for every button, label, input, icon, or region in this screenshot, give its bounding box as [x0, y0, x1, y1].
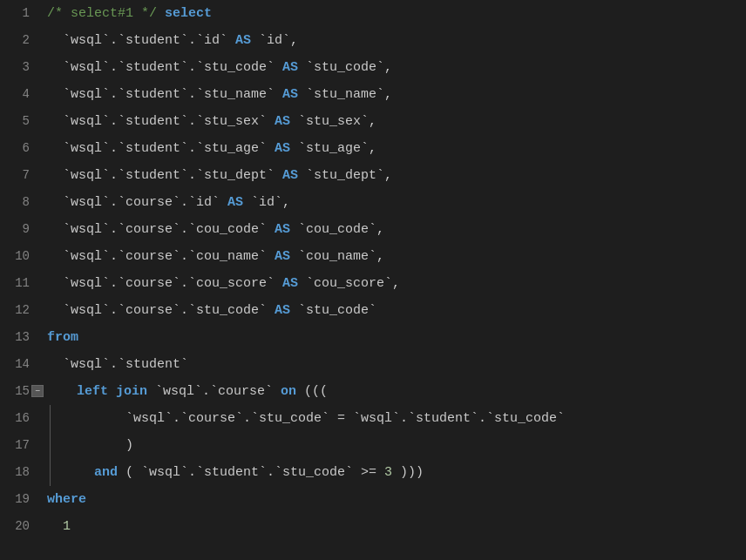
line-content: `wsql`.`student`.`stu_dept` AS `stu_dept…: [44, 162, 746, 189]
line-number: 12: [0, 297, 44, 324]
table-row: 6 `wsql`.`student`.`stu_age` AS `stu_age…: [0, 135, 746, 162]
code-editor: 1/* select#1 */ select2 `wsql`.`student`…: [0, 0, 746, 560]
line-number: 13: [0, 324, 44, 351]
line-content: left join `wsql`.`course` on (((: [44, 378, 746, 405]
table-row: 19where: [0, 486, 746, 513]
table-row: 8 `wsql`.`course`.`id` AS `id`,: [0, 189, 746, 216]
line-number: 9: [0, 216, 44, 243]
line-number: 8: [0, 189, 44, 216]
table-row: 14 `wsql`.`student`: [0, 351, 746, 378]
line-number: 6: [0, 135, 44, 162]
line-number: 5: [0, 108, 44, 135]
line-number: 10: [0, 243, 44, 270]
line-content: `wsql`.`course`.`stu_code` = `wsql`.`stu…: [44, 405, 746, 432]
line-content: `wsql`.`student`.`stu_age` AS `stu_age`,: [44, 135, 746, 162]
line-content: from: [44, 324, 746, 351]
line-content: `wsql`.`course`.`cou_score` AS `cou_scor…: [44, 270, 746, 297]
table-row: 3 `wsql`.`student`.`stu_code` AS `stu_co…: [0, 54, 746, 81]
line-content: `wsql`.`course`.`cou_code` AS `cou_code`…: [44, 216, 746, 243]
line-content: /* select#1 */ select: [44, 0, 746, 27]
line-number: 20: [0, 513, 44, 540]
line-content: `wsql`.`student`: [44, 351, 746, 378]
line-number: 2: [0, 27, 44, 54]
line-number: 1: [0, 0, 44, 27]
table-row: 20 1: [0, 513, 746, 540]
line-number: 14: [0, 351, 44, 378]
line-number: 19: [0, 486, 44, 513]
line-content: ): [44, 432, 746, 459]
line-content: where: [44, 486, 746, 513]
line-number: 16: [0, 405, 44, 432]
line-number: 3: [0, 54, 44, 81]
table-row: 18 and ( `wsql`.`student`.`stu_code` >= …: [0, 459, 746, 486]
line-content: `wsql`.`course`.`stu_code` AS `stu_code`: [44, 297, 746, 324]
line-content: `wsql`.`course`.`id` AS `id`,: [44, 189, 746, 216]
table-row: 4 `wsql`.`student`.`stu_name` AS `stu_na…: [0, 81, 746, 108]
table-row: 15− left join `wsql`.`course` on (((: [0, 378, 746, 405]
table-row: 2 `wsql`.`student`.`id` AS `id`,: [0, 27, 746, 54]
line-content: `wsql`.`student`.`stu_name` AS `stu_name…: [44, 81, 746, 108]
line-number: 4: [0, 81, 44, 108]
line-content: `wsql`.`student`.`stu_code` AS `stu_code…: [44, 54, 746, 81]
table-row: 10 `wsql`.`course`.`cou_name` AS `cou_na…: [0, 243, 746, 270]
table-row: 1/* select#1 */ select: [0, 0, 746, 27]
line-number: 11: [0, 270, 44, 297]
table-row: 11 `wsql`.`course`.`cou_score` AS `cou_s…: [0, 270, 746, 297]
table-row: 17 ): [0, 432, 746, 459]
table-row: 7 `wsql`.`student`.`stu_dept` AS `stu_de…: [0, 162, 746, 189]
line-number: 7: [0, 162, 44, 189]
table-row: 12 `wsql`.`course`.`stu_code` AS `stu_co…: [0, 297, 746, 324]
line-number: 17: [0, 432, 44, 459]
line-content: `wsql`.`student`.`id` AS `id`,: [44, 27, 746, 54]
line-number: 18: [0, 459, 44, 486]
table-row: 16 `wsql`.`course`.`stu_code` = `wsql`.`…: [0, 405, 746, 432]
fold-icon[interactable]: −: [31, 385, 44, 397]
line-content: and ( `wsql`.`student`.`stu_code` >= 3 )…: [44, 459, 746, 486]
line-content: 1: [44, 513, 746, 540]
line-content: `wsql`.`student`.`stu_sex` AS `stu_sex`,: [44, 108, 746, 135]
table-row: 13from: [0, 324, 746, 351]
line-content: `wsql`.`course`.`cou_name` AS `cou_name`…: [44, 243, 746, 270]
table-row: 9 `wsql`.`course`.`cou_code` AS `cou_cod…: [0, 216, 746, 243]
table-row: 5 `wsql`.`student`.`stu_sex` AS `stu_sex…: [0, 108, 746, 135]
